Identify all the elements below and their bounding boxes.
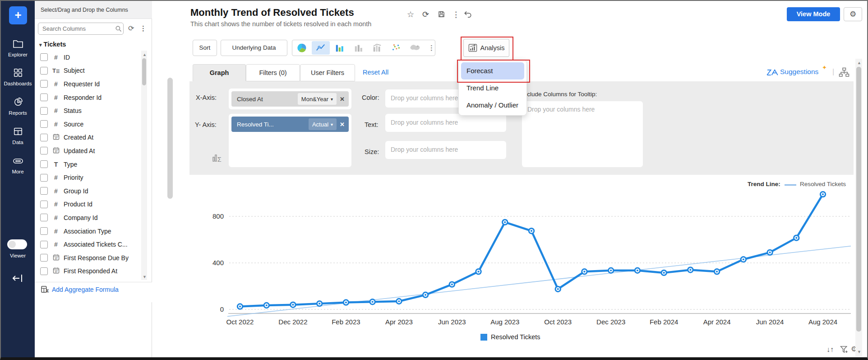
column-item-requester-id[interactable]: #Requester Id [35, 77, 139, 91]
column-item-company-id[interactable]: #Company Id [35, 211, 139, 224]
y-axis-chip[interactable]: Resolved Ti... Actual ▾ ✕ [231, 117, 349, 132]
column-item-id[interactable]: #ID [35, 51, 139, 64]
date-type-icon: 17 [51, 133, 61, 141]
menu-item-anomaly-outlier[interactable]: Anomaly / Outlier [461, 97, 524, 114]
column-checkbox[interactable] [40, 187, 48, 195]
columns-scrollbar-thumb[interactable] [142, 58, 146, 85]
column-checkbox[interactable] [40, 241, 48, 248]
sidebar-item-dashboards[interactable]: Dashboards [1, 68, 35, 86]
text-dropzone[interactable]: Drop your columns here [385, 114, 506, 132]
menu-item-trend-line[interactable]: Trend Line [461, 79, 524, 97]
column-checkbox[interactable] [40, 80, 48, 88]
panel-splitter-handle[interactable] [167, 78, 173, 199]
hierarchy-view-icon[interactable] [839, 67, 850, 79]
column-item-type[interactable]: TType [35, 158, 139, 171]
tooltip-dropzone[interactable]: Drop your columns here [522, 101, 643, 167]
main-scrollbar-thumb[interactable] [856, 67, 861, 332]
refresh-columns-icon[interactable]: ⟳ [128, 24, 134, 33]
collapse-sidebar-icon[interactable] [12, 273, 23, 285]
sidebar-item-data[interactable]: Data [1, 126, 35, 145]
sidebar-item-reports[interactable]: Reports [1, 97, 35, 116]
add-aggregate-formula-link[interactable]: Σ Add Aggregate Formula [41, 286, 119, 293]
columns-scroll-up-icon[interactable]: ▲ [143, 52, 147, 57]
viewer-toggle[interactable] [7, 239, 27, 249]
analysis-button[interactable]: Analysis [463, 39, 509, 57]
column-item-associated-tickets-c[interactable]: #Associated Tickets C... [35, 238, 139, 251]
column-checkbox[interactable] [40, 160, 48, 168]
column-item-first-responded-at[interactable]: 17First Responded At [35, 265, 139, 278]
tab-graph[interactable]: Graph [193, 64, 246, 81]
size-dropzone[interactable]: Drop your columns here [385, 141, 506, 159]
sidebar-item-explorer[interactable]: Explorer [1, 39, 35, 57]
stacked-bar-icon[interactable] [350, 41, 368, 55]
column-item-subject[interactable]: T☰Subject [35, 64, 139, 78]
refresh-report-icon[interactable]: ⟳ [422, 9, 429, 19]
favorite-star-icon[interactable]: ☆ [407, 9, 414, 19]
x-axis-dropzone[interactable]: Closed At Mon&Year ▾ ✕ [229, 89, 351, 109]
column-checkbox[interactable] [40, 134, 48, 141]
column-item-updated-at[interactable]: 17Updated At [35, 144, 139, 158]
line-chart-icon[interactable] [312, 41, 330, 55]
column-item-priority[interactable]: #Priority [35, 171, 139, 184]
columns-menu-icon[interactable]: ⋮ [140, 24, 147, 33]
combo-bar-icon[interactable] [368, 41, 386, 55]
column-item-product-id[interactable]: #Product Id [35, 198, 139, 211]
suggestions-link[interactable]: Suggestions [780, 68, 818, 76]
sidebar-item-more[interactable]: More [1, 156, 35, 174]
column-checkbox[interactable] [40, 147, 48, 154]
column-checkbox[interactable] [40, 107, 48, 115]
table-group-tickets[interactable]: ▾ Tickets [39, 41, 66, 48]
column-checkbox[interactable] [40, 214, 48, 221]
dashboards-icon [13, 71, 23, 79]
column-checkbox[interactable] [40, 94, 48, 101]
underlying-data-button[interactable]: Underlying Data [221, 40, 287, 56]
series-legend-label[interactable]: Resolved Tickets [491, 333, 540, 341]
scatter-chart-icon[interactable] [387, 41, 405, 55]
column-checkbox[interactable] [40, 254, 48, 262]
bar-chart-icon[interactable] [331, 41, 349, 55]
column-item-responder-id[interactable]: #Responder Id [35, 91, 139, 104]
sort-button[interactable]: Sort [193, 40, 217, 56]
y-axis-dropzone[interactable]: Resolved Ti... Actual ▾ ✕ [229, 114, 351, 167]
main-scroll-down-icon[interactable]: ▼ [857, 350, 861, 354]
sort-order-icon[interactable]: ↓↑ [826, 346, 834, 354]
undo-icon[interactable] [464, 10, 472, 20]
x-axis-remove-icon[interactable]: ✕ [340, 96, 345, 103]
column-checkbox[interactable] [40, 201, 48, 208]
column-item-source[interactable]: #Source [35, 117, 139, 131]
column-item-association-type[interactable]: #Association Type [35, 224, 139, 238]
menu-item-forecast[interactable]: Forecast [461, 62, 524, 79]
column-checkbox[interactable] [40, 120, 48, 128]
column-label: Responder Id [64, 94, 102, 101]
tab-user-filters[interactable]: User Filters [300, 64, 355, 81]
column-checkbox[interactable] [40, 267, 48, 275]
column-item-created-at[interactable]: 17Created At [35, 131, 139, 145]
column-checkbox[interactable] [40, 174, 48, 182]
y-axis-aggregate-select[interactable]: Actual ▾ [309, 118, 337, 130]
column-item-first-response-due-by[interactable]: 17First Response Due By [35, 251, 139, 265]
x-axis-chip[interactable]: Closed At Mon&Year ▾ ✕ [231, 91, 349, 107]
main-scroll-up-icon[interactable]: ▲ [857, 61, 861, 65]
settings-gear-button[interactable]: ⚙ [844, 7, 862, 21]
view-mode-button[interactable]: View Mode [787, 7, 840, 21]
column-checkbox[interactable] [40, 227, 48, 235]
column-checkbox[interactable] [40, 67, 48, 75]
column-item-group-id[interactable]: #Group Id [35, 184, 139, 198]
add-filter-icon[interactable] [840, 346, 849, 355]
columns-scroll-down-icon[interactable]: ▼ [143, 275, 147, 279]
create-new-button[interactable]: + [9, 6, 27, 24]
y-axis-remove-icon[interactable]: ✕ [340, 121, 345, 128]
tab-filters[interactable]: Filters (0) [246, 64, 300, 81]
series-legend-swatch[interactable] [480, 334, 487, 341]
save-icon[interactable] [438, 10, 445, 20]
column-checkbox[interactable] [40, 53, 48, 61]
x-axis-mode-select[interactable]: Mon&Year ▾ [298, 93, 337, 105]
column-item-status[interactable]: #Status [35, 104, 139, 117]
more-chart-types-icon[interactable]: ⋮ [428, 44, 435, 52]
search-columns-input[interactable] [38, 23, 124, 35]
reset-all-link[interactable]: Reset All [363, 69, 388, 76]
pie-chart-icon[interactable] [293, 41, 311, 55]
chart-svg[interactable]: 0400800Oct 2022Dec 2022Feb 2023Apr 2023J… [190, 182, 854, 331]
map-chart-icon[interactable] [406, 41, 424, 55]
more-options-icon[interactable]: ⋮ [452, 10, 460, 19]
